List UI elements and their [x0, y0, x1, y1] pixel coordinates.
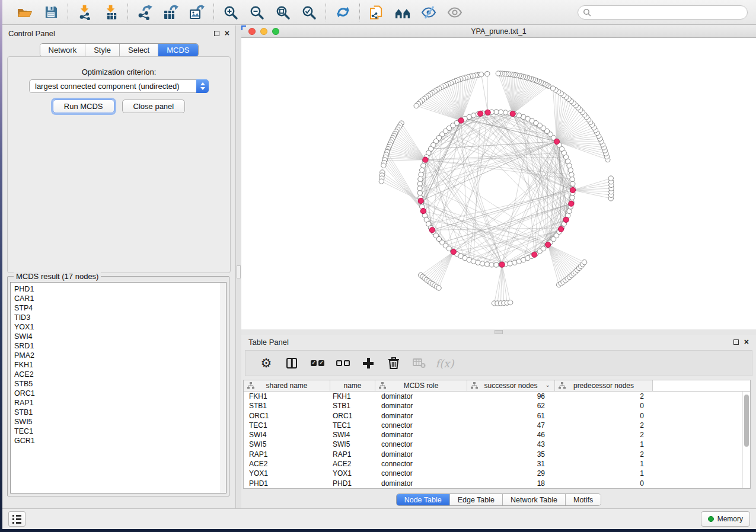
- graph-node[interactable]: [503, 110, 508, 115]
- graph-node[interactable]: [479, 72, 483, 76]
- graph-node-mcds[interactable]: [510, 111, 515, 116]
- close-panel-button[interactable]: Close panel: [122, 100, 186, 113]
- graph-node-mcds[interactable]: [478, 111, 483, 116]
- mcds-list-item[interactable]: SWI5: [11, 417, 226, 427]
- graph-node-mcds[interactable]: [546, 242, 551, 248]
- graph-node[interactable]: [417, 191, 422, 196]
- save-session-icon[interactable]: [42, 4, 60, 21]
- create-column-icon[interactable]: [361, 355, 376, 371]
- table-cell[interactable]: FKH1: [330, 392, 375, 401]
- graph-node-mcds[interactable]: [559, 226, 564, 232]
- float-panel-icon[interactable]: [214, 31, 219, 36]
- table-row[interactable]: SWI4SWI4dominator462: [244, 430, 742, 440]
- table-cell[interactable]: dominator: [375, 450, 467, 459]
- mcds-result-list[interactable]: PHD1CAR1STP4TID3YOX1SWI4SRD1PMA2FKH1ACE2…: [10, 282, 227, 493]
- table-cell[interactable]: RAP1: [330, 450, 375, 459]
- table-cell[interactable]: 47: [467, 421, 555, 430]
- table-cell[interactable]: connector: [375, 440, 467, 449]
- table-cell[interactable]: connector: [375, 421, 467, 430]
- graph-node[interactable]: [499, 110, 503, 114]
- table-row[interactable]: FKH1FKH1dominator962: [244, 392, 742, 401]
- table-cell[interactable]: [653, 479, 742, 488]
- export-image-icon[interactable]: [188, 4, 206, 21]
- graph-node[interactable]: [570, 177, 575, 181]
- table-cell[interactable]: dominator: [375, 430, 467, 440]
- table-cell[interactable]: 1: [555, 469, 653, 478]
- mcds-list-item[interactable]: TEC1: [11, 427, 226, 436]
- table-scrollbar[interactable]: [742, 392, 750, 488]
- network-window-titlebar[interactable]: YPA_prune.txt_1: [241, 25, 756, 38]
- table-cell[interactable]: ORC1: [330, 411, 375, 421]
- mcds-list-scrollbar[interactable]: [221, 283, 226, 493]
- graph-node-mcds[interactable]: [570, 187, 575, 193]
- mcds-list-item[interactable]: STB5: [11, 379, 226, 389]
- table-cell[interactable]: 0: [555, 401, 653, 411]
- table-cell[interactable]: 1: [555, 440, 653, 449]
- tab-select[interactable]: Select: [120, 44, 158, 56]
- table-cell[interactable]: ACE2: [244, 459, 330, 469]
- table-cell[interactable]: STB1: [244, 401, 330, 411]
- graph-node[interactable]: [417, 181, 422, 186]
- table-row[interactable]: PHD1PHD1dominator180: [244, 479, 742, 488]
- run-mcds-button[interactable]: Run MCDS: [53, 100, 114, 113]
- table-cell[interactable]: YOX1: [330, 469, 375, 478]
- tab-network[interactable]: Network: [40, 44, 85, 56]
- import-network-from-file-icon[interactable]: [76, 4, 94, 21]
- mcds-list-item[interactable]: ACE2: [11, 370, 226, 379]
- tab-edge-table[interactable]: Edge Table: [450, 494, 503, 505]
- horizontal-splitter-handle[interactable]: [495, 330, 503, 334]
- graph-node[interactable]: [494, 110, 499, 114]
- column-header-name[interactable]: name: [330, 380, 375, 392]
- vertical-splitter[interactable]: [236, 25, 241, 508]
- table-cell[interactable]: 0: [555, 411, 653, 421]
- column-header-mcds-role[interactable]: MCDS role: [375, 380, 467, 392]
- table-cell[interactable]: 2: [555, 450, 653, 459]
- table-cell[interactable]: SWI4: [244, 430, 330, 440]
- graph-node[interactable]: [476, 260, 480, 265]
- search-input[interactable]: [578, 5, 748, 20]
- graph-node[interactable]: [570, 195, 575, 200]
- table-cell[interactable]: ACE2: [330, 459, 375, 469]
- graph-node[interactable]: [419, 172, 423, 177]
- graph-node[interactable]: [414, 103, 419, 108]
- tab-motifs[interactable]: Motifs: [566, 494, 601, 505]
- mcds-list-item[interactable]: PHD1: [11, 284, 226, 294]
- graph-node-mcds[interactable]: [569, 201, 574, 206]
- table-options-icon[interactable]: ⚙: [259, 355, 274, 371]
- table-cell[interactable]: connector: [375, 469, 467, 478]
- graph-node[interactable]: [485, 71, 490, 76]
- task-history-button[interactable]: [8, 511, 25, 527]
- tab-node-table[interactable]: Node Table: [397, 494, 450, 505]
- graph-node[interactable]: [569, 172, 574, 177]
- graph-node-mcds[interactable]: [420, 209, 426, 214]
- table-cell[interactable]: 62: [467, 401, 555, 411]
- graph-node-mcds[interactable]: [563, 217, 569, 222]
- table-row[interactable]: ORC1ORC1dominator610: [244, 411, 742, 421]
- table-row[interactable]: ACE2ACE2connector311: [244, 459, 742, 469]
- graph-node[interactable]: [489, 262, 494, 267]
- table-cell[interactable]: [653, 411, 742, 421]
- network-canvas[interactable]: [241, 38, 756, 329]
- graph-node[interactable]: [381, 163, 386, 168]
- graph-node[interactable]: [570, 181, 575, 186]
- table-cell[interactable]: TEC1: [330, 421, 375, 430]
- graph-node-mcds[interactable]: [532, 252, 537, 257]
- mcds-list-item[interactable]: CAR1: [11, 294, 226, 303]
- graph-node-mcds[interactable]: [423, 157, 428, 162]
- delete-columns-icon[interactable]: [386, 355, 401, 371]
- table-cell[interactable]: [653, 459, 742, 469]
- criterion-dropdown[interactable]: largest connected component (undirected): [29, 79, 209, 93]
- zoom-in-icon[interactable]: [222, 4, 240, 21]
- open-file-icon[interactable]: [16, 4, 34, 21]
- graph-node[interactable]: [418, 177, 423, 181]
- table-cell[interactable]: dominator: [375, 411, 467, 421]
- table-cell[interactable]: 2: [555, 421, 653, 430]
- tab-network-table[interactable]: Network Table: [503, 494, 566, 505]
- tab-style[interactable]: Style: [85, 44, 120, 56]
- graph-node[interactable]: [496, 71, 500, 76]
- mcds-list-item[interactable]: STB1: [11, 408, 226, 417]
- graph-node[interactable]: [480, 261, 485, 266]
- table-cell[interactable]: [653, 440, 742, 449]
- graph-node[interactable]: [550, 86, 555, 91]
- table-cell[interactable]: PHD1: [330, 479, 375, 488]
